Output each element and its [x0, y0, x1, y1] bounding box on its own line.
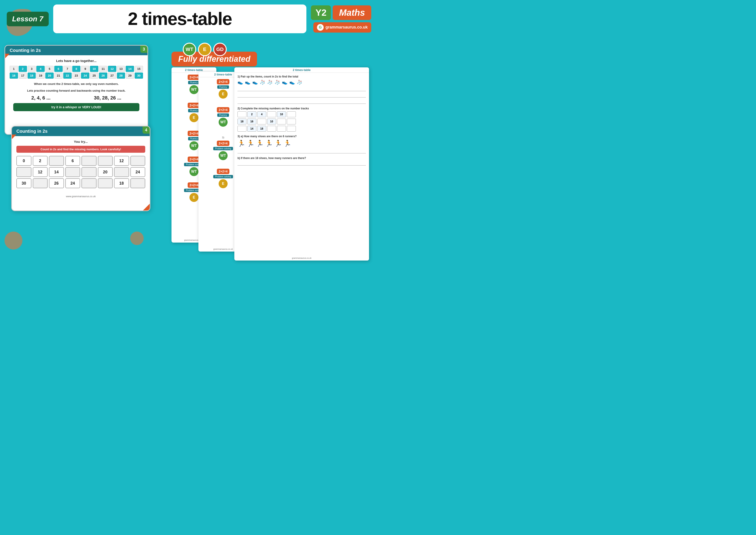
- slide1-tri-tl: [5, 54, 10, 58]
- count-backward: 30, 28, 26 ...: [94, 95, 121, 101]
- ws-section2-title: 2) Complete the missing numbers on the n…: [237, 107, 366, 110]
- slide2-header: Counting in 2s 4: [12, 127, 150, 136]
- wt-3-5: [277, 126, 286, 132]
- wt-1-3: 4: [257, 111, 266, 117]
- ws-mid-wt-badge: WT: [219, 118, 228, 127]
- cell-24: 24: [81, 72, 89, 79]
- ws-left-fluency-label3: Fluency: [188, 137, 200, 140]
- ws-right-title: 2 times-table: [234, 68, 369, 73]
- ws-mid-math-badge2: 2+2=4: [217, 107, 230, 113]
- badges-column: Y2 Maths G grammarsaurus.co.uk: [311, 5, 371, 33]
- count-forward: 2, 4, 6 ...: [31, 95, 51, 101]
- ws-line-section3b: [237, 161, 366, 165]
- nb-1-4: 6: [65, 156, 80, 166]
- ws-left-wt-badge3: WT: [189, 167, 199, 176]
- slide-card-2: Counting in 2s 4 You try... Count in 2s …: [11, 126, 150, 211]
- cell-29: 29: [126, 72, 134, 79]
- wt-2-5: [277, 119, 286, 125]
- ws-mid-fluency-label2: Fluency: [217, 113, 229, 117]
- ws-section-3: 3) a) How many shoes are there on 6 runn…: [237, 135, 366, 165]
- ws-mid-e-badge2: E: [219, 179, 228, 188]
- nb-1-5: [81, 156, 96, 166]
- counting-display: 2, 4, 6 ... 30, 28, 26 ...: [10, 95, 143, 101]
- cell-14: 14: [126, 66, 134, 72]
- wt-2-1: 18: [237, 119, 247, 125]
- ws-left-wt-badge2: WT: [189, 141, 199, 150]
- ws-track-3: 14 18: [237, 126, 366, 132]
- shoe-icon-4: 👟: [282, 79, 287, 85]
- ws-section-1: 1) Pair up the items, count in 2s to fin…: [237, 75, 366, 104]
- nb-1-7: 12: [114, 156, 129, 166]
- nb-1-2: 2: [33, 156, 48, 166]
- slide2-number: 4: [143, 127, 150, 134]
- shoe-icon-5: 👟: [289, 79, 295, 85]
- nb-1-3: [49, 156, 64, 166]
- slide1-number: 3: [140, 45, 148, 53]
- runner-3: 🏃: [256, 140, 264, 147]
- decorative-blob-bl: [5, 232, 22, 249]
- you-try-text: You try...: [16, 140, 145, 144]
- nb-2-2: 12: [33, 167, 48, 177]
- cell-18: 18: [28, 72, 36, 79]
- ws-section3b-title: b) If there are 18 shoes, how many runne…: [237, 156, 366, 160]
- cell-11: 11: [99, 66, 107, 72]
- worksheets-area: WT E GD Fully differentiated 2 times-tab…: [172, 43, 373, 258]
- runner-1: 🏃: [237, 140, 245, 147]
- runner-2: 🏃: [247, 140, 255, 147]
- nb-3-3: 26: [49, 178, 64, 188]
- runner-icons: 🏃 🏃 🏃 🏃 🏃 🏃: [237, 140, 366, 147]
- slide1-header: Counting in 2s 3: [5, 45, 148, 55]
- header: Lesson 7 2 times-table Y2 Maths G gramma…: [0, 5, 378, 33]
- ws-line-section3a: [237, 149, 366, 154]
- cell-20: 20: [45, 72, 54, 79]
- cell-19: 19: [36, 72, 45, 79]
- ws-section-2: 2) Complete the missing numbers on the n…: [237, 107, 366, 132]
- cell-12: 12: [108, 66, 116, 72]
- ws-mid-math-badge3: 2+2=4: [217, 141, 230, 146]
- cell-4: 4: [36, 66, 45, 72]
- cell-2: 2: [19, 66, 27, 72]
- ws-line-3: [237, 99, 366, 104]
- wt-1-1: [237, 111, 247, 117]
- ws-mid-ps-label2: Problem solving: [213, 175, 233, 178]
- wt-3-6: [287, 126, 296, 132]
- grammarsaurus-badge: G grammarsaurus.co.uk: [313, 22, 371, 33]
- runner-4: 🏃: [265, 140, 273, 147]
- nb-3-6: [98, 178, 113, 188]
- ws-mid-ps-label: Problem solving: [213, 147, 233, 150]
- shoe-icon-3: 👟: [252, 79, 258, 85]
- cell-10: 10: [90, 66, 98, 72]
- gram-logo: G: [317, 24, 324, 31]
- ws-left-wt-badge: WT: [189, 85, 199, 94]
- slide2-heading: Counting in 2s: [16, 129, 48, 134]
- wt-1-5: 10: [277, 111, 286, 117]
- cell-15: 15: [135, 66, 143, 72]
- cell-27: 27: [108, 72, 116, 79]
- nb-2-7: [114, 167, 129, 177]
- lesson-badge: Lesson 7: [7, 12, 49, 26]
- slide2-footer: www.grammarsaurus.co.uk: [12, 194, 150, 199]
- ws-mid-fluency-label1: Fluency: [217, 85, 229, 89]
- slide1-content: Lets have a go together... 1 2 3 4 5 6 7…: [5, 55, 148, 116]
- cell-9: 9: [81, 66, 89, 72]
- nb-1-6: [98, 156, 113, 166]
- slides-area: Counting in 2s 3 Lets have a go together…: [5, 45, 157, 135]
- number-row-2: 12 14 20 24: [16, 167, 145, 177]
- nb-1-1: 0: [16, 156, 31, 166]
- number-row-1: 0 2 6 12: [16, 156, 145, 166]
- ws-left-e-badge: E: [189, 113, 199, 122]
- ws-stack: 2 times-table 2+2=4 Fluency WT 2+2=4 Flu…: [172, 68, 373, 258]
- slide1-text2: Lets practise counting forward and backw…: [10, 89, 143, 93]
- ws-mid-note: 3): [221, 135, 225, 140]
- diff-badge-wt: WT: [183, 43, 196, 56]
- year-badge: Y2: [311, 5, 331, 20]
- nb-3-4: 24: [65, 178, 80, 188]
- cell-30: 30: [135, 72, 143, 79]
- ws-mid-math-badge1: 2+2=4: [217, 79, 230, 84]
- wt-3-3: 18: [257, 126, 266, 132]
- ws-line-2: [237, 93, 366, 98]
- nb-2-3: 14: [49, 167, 64, 177]
- cell-28: 28: [117, 72, 125, 79]
- sock-icon-4: 🧦: [297, 79, 302, 85]
- nb-3-2: [33, 178, 48, 188]
